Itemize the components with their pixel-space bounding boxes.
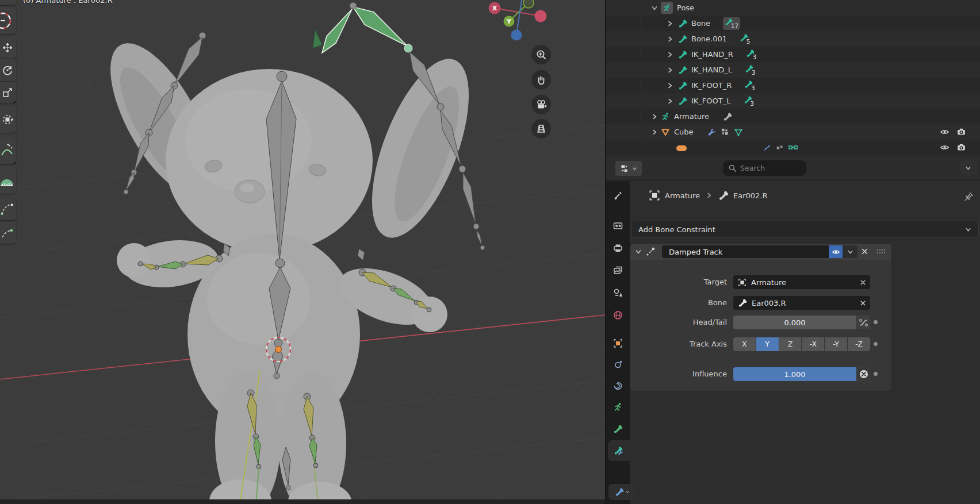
outliner-row-bone001[interactable]: Bone.001 5	[606, 31, 980, 47]
outliner-row-armature-data[interactable]: Armature	[606, 109, 980, 124]
tab-tool[interactable]	[606, 185, 630, 206]
chevron-right-icon[interactable]	[667, 36, 673, 43]
editor-type-button[interactable]	[615, 161, 642, 176]
tab-bone-constraint-active[interactable]	[608, 440, 630, 461]
tab-bone[interactable]	[606, 418, 630, 439]
disable-render-toggle[interactable]	[956, 127, 966, 137]
tab-scene[interactable]	[606, 282, 630, 303]
perspective-toggle-button[interactable]	[531, 119, 551, 138]
object-icon	[649, 190, 660, 201]
tool-cursor[interactable]	[0, 7, 16, 34]
chevron-right-icon[interactable]	[651, 113, 658, 120]
pin-id-button[interactable]	[963, 191, 974, 202]
constraint-enable-toggle[interactable]	[829, 245, 843, 258]
pose-state-icon	[723, 112, 732, 121]
constraint-drag-handle[interactable]	[876, 249, 886, 254]
tab-physics[interactable]	[606, 354, 630, 375]
hide-viewport-toggle[interactable]	[940, 143, 950, 152]
track-axis-z[interactable]: Z	[779, 337, 802, 351]
chevron-right-icon[interactable]	[651, 129, 658, 136]
outliner-row-cube[interactable]: Cube	[606, 124, 980, 140]
head-tail-value-slider[interactable]: 0.000	[733, 316, 856, 329]
tab-output[interactable]	[606, 237, 630, 258]
tool-annotate[interactable]	[0, 138, 16, 164]
chevron-right-icon[interactable]	[667, 82, 673, 89]
keyframe-decorator[interactable]	[874, 320, 878, 324]
tab-object-data[interactable]	[606, 397, 630, 417]
viewport-canvas[interactable]: .bn{fill:#8f8f8f;stroke:#474747;stroke-w…	[0, 0, 605, 504]
bone-field[interactable]: Ear003.R	[733, 296, 870, 310]
outliner-row-ik-hand-r[interactable]: IK_HAND_R 3	[606, 47, 980, 62]
tab-world[interactable]	[606, 305, 630, 325]
tab-object[interactable]	[606, 333, 630, 353]
camera-view-button[interactable]	[531, 95, 551, 114]
bone-constraint-icon	[615, 487, 624, 497]
chevron-right-icon[interactable]	[667, 67, 673, 74]
track-axis-x[interactable]: X	[733, 337, 756, 351]
chevron-right-icon[interactable]	[667, 98, 673, 105]
outliner-row-pose[interactable]: Pose	[606, 0, 980, 16]
3d-viewport[interactable]: .bn{fill:#8f8f8f;stroke:#474747;stroke-w…	[0, 0, 605, 504]
outliner-row-ik-foot-l[interactable]: IK_FOOT_L 3	[606, 93, 980, 109]
track-axis-y[interactable]: Y	[756, 337, 779, 351]
add-bone-constraint-button[interactable]: Add Bone Constraint	[631, 221, 979, 238]
tool-select-box[interactable]	[0, 0, 16, 5]
properties-panel[interactable]: Armature Ear002.R Add Bone Constraint	[605, 156, 980, 504]
chevron-right-icon[interactable]	[667, 51, 673, 58]
target-label: Target	[630, 275, 727, 289]
track-axis-neg-y[interactable]: -Y	[825, 337, 847, 351]
influence-slider[interactable]: 1.000	[733, 367, 856, 381]
constraint-extras-button[interactable]	[843, 245, 858, 258]
breadcrumb-separator-icon	[706, 192, 713, 199]
tool-measure[interactable]	[0, 167, 16, 194]
tab-view-layer[interactable]	[606, 260, 630, 280]
keyframe-decorator[interactable]	[874, 342, 878, 346]
clear-influence-button[interactable]	[857, 367, 870, 381]
tool-pose-push[interactable]	[0, 222, 16, 244]
tool-move[interactable]	[0, 37, 16, 59]
chevron-down-icon	[625, 490, 630, 494]
constraint-type-icon	[645, 247, 656, 257]
constraint-name-field[interactable]: Damped Track	[662, 245, 829, 258]
properties-search[interactable]	[723, 160, 806, 176]
breadcrumb-object[interactable]: Armature	[665, 191, 700, 200]
outliner-row-bone[interactable]: Bone 17	[606, 16, 980, 31]
pose-push-tool-icon	[1, 226, 13, 240]
outliner-row-ik-hand-l[interactable]: IK_HAND_L 3	[606, 62, 980, 78]
use-bbone-shape-toggle[interactable]	[857, 316, 870, 329]
target-field[interactable]: Armature	[733, 275, 870, 289]
child-bone-count: 3	[746, 49, 756, 60]
breadcrumb-bone[interactable]: Ear002.R	[733, 191, 768, 200]
gizmo-neg-x-ball	[535, 10, 547, 22]
track-axis-neg-z[interactable]: -Z	[848, 337, 870, 351]
chevron-down-icon[interactable]	[651, 5, 658, 11]
panel-expand-chevron[interactable]	[635, 248, 642, 255]
outliner-row-clipped[interactable]	[606, 140, 980, 155]
disable-render-toggle[interactable]	[956, 143, 966, 152]
pan-button[interactable]	[531, 70, 551, 90]
hide-viewport-toggle[interactable]	[940, 127, 950, 137]
keyframe-decorator[interactable]	[874, 372, 878, 376]
clear-target-button[interactable]	[859, 279, 867, 286]
zoom-button[interactable]	[531, 45, 551, 64]
tool-transform[interactable]	[0, 106, 16, 133]
constraint-delete-button[interactable]	[860, 247, 869, 256]
modifier-curve-icon	[763, 144, 771, 152]
tab-render[interactable]	[606, 215, 630, 236]
navigation-gizmo[interactable]: X Y	[472, 0, 564, 46]
outliner-panel[interactable]: Pose Bone 17 Bone.001 5 IK_HAND_R 3 IK_H…	[605, 0, 980, 156]
tool-rotate[interactable]	[0, 59, 16, 81]
bottom-editor-type-button[interactable]	[608, 484, 636, 500]
chevron-down-icon	[965, 226, 971, 233]
gizmo-z-ball	[511, 30, 522, 41]
outliner-row-ik-foot-r[interactable]: IK_FOOT_R 3	[606, 78, 980, 93]
tool-pose-breakdowner[interactable]	[0, 198, 16, 220]
clear-bone-button[interactable]	[859, 299, 867, 307]
chevron-right-icon[interactable]	[667, 20, 673, 27]
tool-scale[interactable]	[0, 82, 16, 103]
header-collapse-menu-button[interactable]	[959, 160, 977, 175]
track-axis-neg-x[interactable]: -X	[802, 337, 824, 351]
track-axis-group: X Y Z -X -Y -Z	[733, 337, 870, 351]
tab-object-constraints[interactable]	[606, 375, 630, 396]
constraint-panel-header[interactable]: Damped Track	[630, 244, 891, 260]
